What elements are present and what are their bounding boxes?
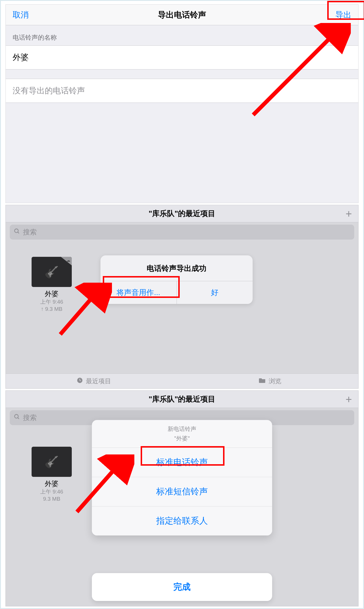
- nav-title: 导出电话铃声: [158, 9, 206, 20]
- project-size: 9.3 MB: [32, 496, 72, 503]
- project-thumbnail: 🎸 ☁: [32, 257, 72, 287]
- recents-title: "库乐队"的最近项目: [149, 394, 216, 404]
- project-size: ↑ 9.3 MB: [32, 306, 72, 313]
- search-bar[interactable]: 搜索: [10, 225, 354, 240]
- search-icon: [14, 414, 20, 422]
- alert-message: 电话铃声导出成功: [100, 255, 253, 281]
- svg-line-6: [18, 418, 19, 419]
- sheet-header: 新电话铃声: [92, 420, 272, 435]
- ringtone-name-field[interactable]: 外婆: [6, 45, 358, 70]
- guitar-icon: 🎸: [44, 455, 59, 469]
- tab-bar: 最近项目 浏览: [6, 373, 358, 388]
- project-time: 上午 9:46: [32, 298, 72, 306]
- project-thumbnail: 🎸: [32, 447, 72, 477]
- svg-line-2: [18, 232, 19, 234]
- panel-garageband-recents-1: "库乐队"的最近项目 + 搜索 🎸 ☁ 外婆 上午 9:46 ↑ 9.3 MB …: [5, 205, 359, 389]
- option-standard-text-tone[interactable]: 标准短信铃声: [92, 477, 272, 506]
- search-placeholder: 搜索: [23, 228, 37, 237]
- ok-button[interactable]: 好: [177, 281, 253, 304]
- project-name: 外婆: [32, 289, 72, 298]
- navbar: 取消 导出电话铃声 导出: [6, 5, 358, 25]
- action-sheet-new-ringtone: 新电话铃声 "外婆" 标准电话铃声 标准短信铃声 指定给联系人: [92, 420, 272, 535]
- svg-point-1: [15, 229, 18, 233]
- alert-export-success: 电话铃声导出成功 将声音用作... 好: [100, 255, 253, 304]
- add-button[interactable]: +: [346, 394, 352, 405]
- cancel-button[interactable]: 取消: [13, 9, 29, 20]
- guitar-icon: 🎸: [44, 265, 59, 279]
- project-item[interactable]: 🎸 外婆 上午 9:46 9.3 MB: [32, 447, 72, 502]
- svg-point-5: [15, 415, 18, 418]
- use-sound-as-button[interactable]: 将声音用作...: [100, 281, 177, 304]
- tab-browse[interactable]: 浏览: [182, 374, 358, 388]
- sheet-subtitle: "外婆": [92, 435, 272, 448]
- tab-label: 最近项目: [86, 377, 111, 386]
- add-button[interactable]: +: [346, 208, 352, 219]
- panel-garageband-recents-2: "库乐队"的最近项目 + 搜索 🎸 外婆 上午 9:46 9.3 MB 新电话铃…: [5, 390, 359, 606]
- recents-title-row: "库乐队"的最近项目 +: [6, 391, 358, 408]
- cloud-download-icon: ☁: [66, 258, 70, 263]
- project-name: 外婆: [32, 479, 72, 488]
- panel-export-ringtone: 取消 导出电话铃声 导出 电话铃声的名称 外婆 没有导出的电话铃声: [5, 4, 359, 203]
- section-header-ringtone-name: 电话铃声的名称: [6, 25, 358, 45]
- clock-icon: [77, 377, 83, 385]
- tab-label: 浏览: [269, 377, 281, 386]
- tab-recents[interactable]: 最近项目: [6, 374, 182, 388]
- option-standard-ringtone[interactable]: 标准电话铃声: [92, 448, 272, 477]
- no-exported-ringtones: 没有导出的电话铃声: [6, 79, 358, 103]
- recents-title: "库乐队"的最近项目: [149, 209, 216, 219]
- recents-title-row: "库乐队"的最近项目 +: [6, 205, 358, 222]
- search-icon: [14, 228, 20, 236]
- project-item[interactable]: 🎸 ☁ 外婆 上午 9:46 ↑ 9.3 MB: [32, 257, 72, 313]
- folder-icon: [259, 377, 266, 385]
- option-assign-to-contact[interactable]: 指定给联系人: [92, 506, 272, 535]
- project-time: 上午 9:46: [32, 488, 72, 496]
- done-button[interactable]: 完成: [92, 573, 272, 601]
- export-button[interactable]: 导出: [335, 9, 351, 20]
- search-placeholder: 搜索: [23, 413, 37, 422]
